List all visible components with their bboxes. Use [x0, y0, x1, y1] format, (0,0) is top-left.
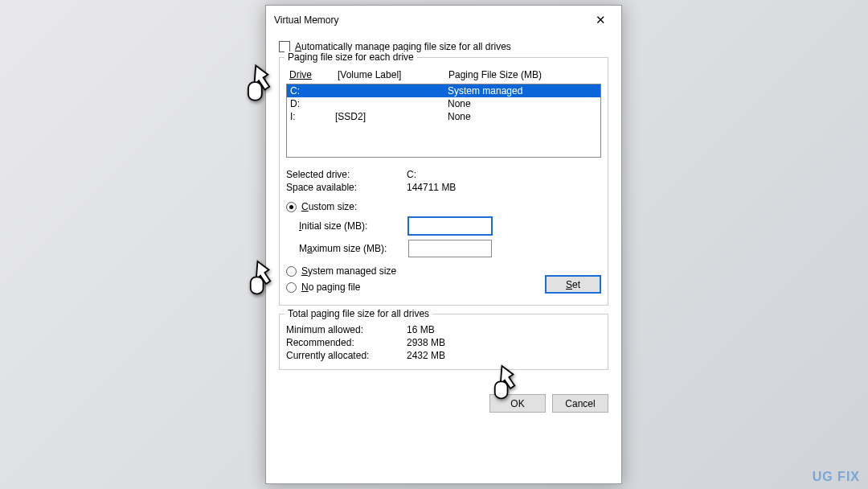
- group-legend-total: Total paging file size for all drives: [285, 308, 432, 319]
- space-available-label: Space available:: [286, 182, 407, 193]
- selected-drive-label: Selected drive:: [286, 169, 407, 180]
- svg-rect-1: [251, 277, 264, 294]
- group-legend-paging: Paging file size for each drive: [285, 51, 417, 63]
- cancel-button[interactable]: Cancel: [552, 394, 608, 413]
- radio-icon[interactable]: [286, 266, 297, 277]
- auto-manage-label: Automatically manage paging file size fo…: [295, 41, 511, 52]
- auto-manage-checkbox-row[interactable]: Automatically manage paging file size fo…: [279, 41, 608, 52]
- title: Virtual Memory: [274, 14, 338, 26]
- space-available-value: 144711 MB: [407, 182, 456, 193]
- virtual-memory-dialog: Virtual Memory ✕ Automatically manage pa…: [265, 5, 622, 484]
- initial-size-label: Initial size (MB):: [299, 220, 408, 232]
- initial-size-input[interactable]: [408, 217, 492, 235]
- selected-drive-value: C:: [407, 169, 416, 180]
- radio-icon[interactable]: [286, 202, 297, 212]
- currently-allocated-value: 2432 MB: [407, 350, 445, 361]
- min-allowed-label: Minimum allowed:: [286, 324, 407, 335]
- drive-list-header: Drive [Volume Label] Paging File Size (M…: [286, 68, 601, 82]
- watermark-logo: UG FIX: [813, 470, 860, 484]
- drive-listbox[interactable]: C: System managed D: None I: [SSD2] None: [286, 84, 601, 158]
- titlebar: Virtual Memory ✕: [266, 6, 621, 35]
- close-icon[interactable]: ✕: [588, 12, 613, 28]
- footer-buttons: OK Cancel: [266, 388, 621, 413]
- set-button[interactable]: Set: [545, 275, 601, 294]
- maximum-size-label: Maximum size (MB):: [299, 243, 408, 254]
- recommended-label: Recommended:: [286, 337, 407, 348]
- custom-size-radio[interactable]: Custom size:: [286, 201, 601, 212]
- min-allowed-value: 16 MB: [407, 324, 435, 335]
- paging-size-group: Paging file size for each drive Drive [V…: [279, 57, 608, 306]
- currently-allocated-label: Currently allocated:: [286, 350, 407, 361]
- drive-row[interactable]: C: System managed: [287, 84, 600, 97]
- radio-icon[interactable]: [286, 282, 297, 293]
- total-paging-group: Total paging file size for all drives Mi…: [279, 314, 608, 370]
- maximum-size-input[interactable]: [408, 240, 492, 257]
- ok-button[interactable]: OK: [489, 394, 546, 413]
- svg-rect-0: [248, 82, 262, 101]
- drive-row[interactable]: I: [SSD2] None: [287, 110, 600, 123]
- auto-manage-checkbox[interactable]: [279, 41, 290, 52]
- recommended-value: 2938 MB: [407, 337, 445, 348]
- drive-row[interactable]: D: None: [287, 97, 600, 110]
